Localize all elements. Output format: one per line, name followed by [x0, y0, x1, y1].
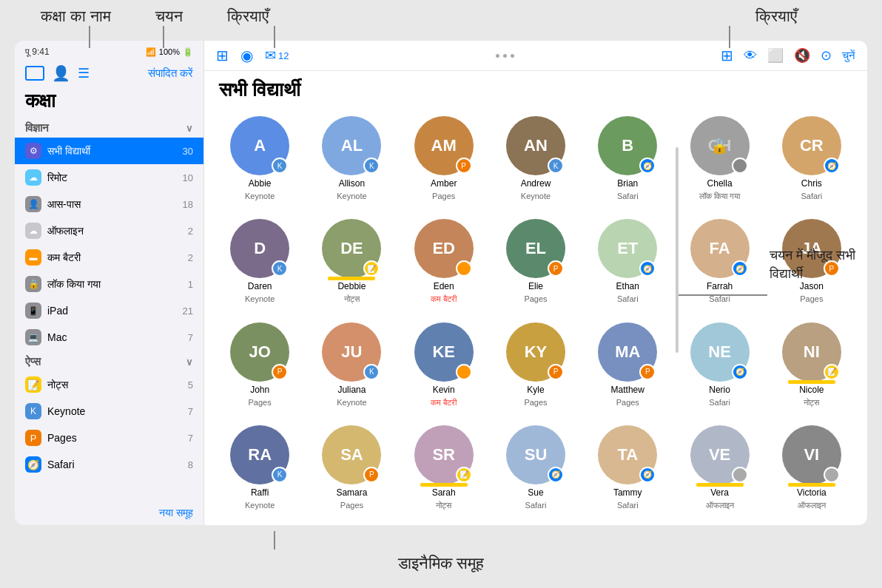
- student-app: Safari: [617, 192, 639, 200]
- student-name: Kyle: [527, 385, 544, 395]
- student-name: Andrew: [521, 178, 551, 189]
- student-avatar: KE: [414, 322, 474, 382]
- sidebar-item-safari[interactable]: 🧭 Safari 8: [15, 451, 203, 478]
- student-card[interactable]: VE Vera ऑफलाइन: [679, 425, 760, 518]
- student-card[interactable]: ED Eden कम बैटरी: [403, 219, 485, 311]
- mute-icon[interactable]: 🔇: [794, 47, 810, 64]
- student-name: Eden: [434, 281, 454, 291]
- student-card[interactable]: SA P Samara Pages: [311, 425, 392, 518]
- section-science-label: विज्ञान: [25, 121, 49, 135]
- dot2: [503, 54, 507, 58]
- student-card[interactable]: SR 📝 Sarah नोट्स: [403, 425, 485, 518]
- locked-count: 1: [178, 279, 193, 290]
- sidebar-item-all-students[interactable]: ⚙ सभी विद्यार्थी 30: [15, 138, 203, 164]
- new-group-button[interactable]: नया समूह: [15, 501, 203, 525]
- location-icon[interactable]: ◉: [240, 47, 253, 64]
- sidebar-item-offline[interactable]: ☁ ऑफलाइन 2: [15, 217, 203, 244]
- student-avatar: AN K: [506, 116, 565, 175]
- student-app: Safari: [801, 192, 822, 200]
- student-avatar: AM P: [414, 116, 474, 175]
- ipad-icon: 📱: [25, 303, 41, 319]
- student-card[interactable]: AN K Andrew Keynote: [495, 116, 576, 209]
- student-card[interactable]: EL P Elie Pages: [495, 219, 576, 311]
- student-name: Tammy: [613, 487, 642, 498]
- sidebar-item-low-battery[interactable]: ▬ कम बैटरी 2: [15, 244, 203, 271]
- time-display: पू 9:41: [25, 47, 50, 57]
- dot3: [511, 54, 514, 58]
- student-card[interactable]: NE 🧭 Nerio Safari: [679, 322, 760, 415]
- student-card[interactable]: JU K Juliana Keynote: [311, 322, 392, 415]
- student-avatar: NE 🧭: [690, 322, 750, 382]
- mac-count: 7: [178, 332, 193, 343]
- sidebar-item-keynote[interactable]: K Keynote 7: [15, 398, 203, 425]
- sidebar-item-nearby[interactable]: 👤 आस-पास 18: [15, 191, 203, 217]
- student-card[interactable]: A K Abbie Keynote: [219, 116, 300, 209]
- student-name: Debbie: [337, 281, 366, 291]
- annotation-spacer2: [797, 7, 841, 25]
- student-name: Vera: [710, 487, 729, 498]
- locked-icon: 🔒: [25, 276, 41, 292]
- sidebar-item-locked[interactable]: 🔒 लॉक किया गया 1: [15, 271, 203, 297]
- student-card[interactable]: VI Victoria ऑफलाइन: [771, 425, 852, 518]
- student-card[interactable]: KY P Kyle Pages: [495, 322, 576, 415]
- student-card[interactable]: MA P Matthew Pages: [587, 322, 668, 415]
- nearby-label: आस-पास: [47, 198, 178, 211]
- student-avatar: JU K: [322, 322, 381, 382]
- safari-count: 8: [178, 459, 193, 470]
- nearby-count: 18: [178, 199, 193, 210]
- eye-icon[interactable]: 👁: [744, 48, 757, 64]
- student-avatar: MA P: [598, 322, 657, 382]
- screen-lock-icon[interactable]: ⬜: [767, 47, 784, 64]
- low-battery-label: कम बैटरी: [47, 251, 178, 264]
- student-avatar: NI 📝: [782, 322, 841, 382]
- section-apps[interactable]: ऐप्स ∨: [15, 351, 203, 371]
- offline-count: 2: [178, 226, 193, 237]
- notes-label: नोट्स: [47, 379, 178, 391]
- student-card[interactable]: JO P John Pages: [219, 322, 300, 415]
- sidebar-item-notes[interactable]: 📝 नोट्स 5: [15, 371, 203, 398]
- sidebar-item-pages[interactable]: P Pages 7: [15, 425, 203, 451]
- student-name: Chella: [707, 178, 733, 189]
- remote-count: 10: [178, 172, 193, 183]
- select-button[interactable]: चुनें: [842, 49, 855, 62]
- annotation-actions-right: क्रियाएँ: [755, 7, 797, 25]
- student-card[interactable]: B 🧭 Brian Safari: [587, 116, 668, 209]
- mail-icon[interactable]: ✉ 12: [265, 47, 289, 64]
- student-name: Chris: [801, 178, 822, 189]
- student-card[interactable]: SU 🧭 Sue Safari: [495, 425, 576, 518]
- student-card[interactable]: RA K Raffi Keynote: [219, 425, 300, 518]
- student-name: Sarah: [432, 487, 456, 498]
- sidebar-icon-list[interactable]: ☰: [78, 65, 90, 81]
- sidebar-icon-grid[interactable]: [25, 66, 44, 81]
- sidebar-item-mac[interactable]: 💻 Mac 7: [15, 324, 203, 351]
- student-card[interactable]: KE Kevin कम बैटरी: [403, 322, 485, 415]
- edit-button[interactable]: संपादित करें: [148, 67, 193, 80]
- student-name: Matthew: [611, 385, 644, 395]
- annotation-selection: चयन: [155, 7, 183, 25]
- student-avatar: ED: [414, 219, 474, 278]
- section-science[interactable]: विज्ञान ∨: [15, 117, 203, 138]
- student-card[interactable]: DE 📝 Debbie नोट्स: [311, 219, 392, 311]
- student-card[interactable]: D K Daren Keynote: [219, 219, 300, 311]
- scroll-bar[interactable]: [676, 147, 679, 353]
- student-card[interactable]: NI 📝 Nicole नोट्स: [771, 322, 852, 415]
- student-name: Daren: [248, 281, 272, 291]
- student-card[interactable]: TA 🧭 Tammy Safari: [587, 425, 668, 518]
- groups-icon[interactable]: ⊞: [721, 47, 733, 64]
- student-card[interactable]: CH 🔒 Chella लॉक किया गया: [679, 116, 760, 209]
- student-card[interactable]: AL K Allison Keynote: [311, 116, 392, 209]
- student-card[interactable]: ET 🧭 Ethan Safari: [587, 219, 668, 311]
- annotation-dynamic-group: डाइनैमिक समूह: [398, 554, 484, 573]
- sidebar-item-ipad[interactable]: 📱 iPad 21: [15, 297, 203, 324]
- student-card[interactable]: FA 🧭 Farrah Safari: [679, 219, 760, 311]
- student-card[interactable]: AM P Amber Pages: [403, 116, 485, 209]
- student-name: Elie: [528, 281, 543, 291]
- student-card[interactable]: CR 🧭 Chris Safari: [771, 116, 852, 209]
- layers-icon[interactable]: ⊞: [216, 47, 229, 64]
- sidebar-item-remote[interactable]: ☁ रिमोट 10: [15, 164, 203, 191]
- student-avatar: CR 🧭: [782, 116, 841, 175]
- student-app: Keynote: [337, 398, 366, 407]
- more-icon[interactable]: ⊙: [821, 47, 832, 64]
- offline-icon: ☁: [25, 223, 41, 239]
- sidebar-icon-people[interactable]: 👤: [52, 64, 70, 82]
